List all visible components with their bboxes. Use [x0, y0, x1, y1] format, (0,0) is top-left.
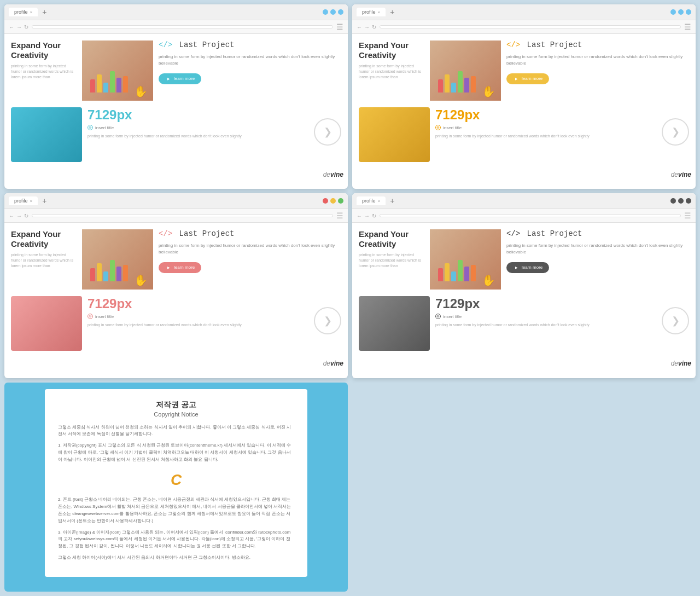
insert-title: insert title	[443, 125, 462, 130]
traffic-light-3[interactable]	[338, 198, 343, 204]
browser-tab-active[interactable]: profile ×	[9, 196, 38, 205]
project-desc: printing in some form by injected humor …	[506, 54, 689, 67]
learn-more-button[interactable]: ▶ learn more	[159, 262, 201, 273]
insert-icon: ⊕	[435, 314, 441, 319]
new-tab-button[interactable]: +	[40, 196, 49, 205]
new-tab-button[interactable]: +	[388, 8, 396, 16]
empty-quadrant	[352, 383, 696, 592]
new-tab-button[interactable]: +	[388, 196, 396, 205]
new-tab-button[interactable]: +	[40, 8, 49, 16]
chart-bar-5	[123, 76, 128, 92]
browser-window-browser-4: profile × + ← → ↻ ☰ Expand Y	[352, 193, 696, 378]
project-info: </> Last Project printing in some form b…	[506, 229, 689, 290]
project-title: </> Last Project	[159, 229, 341, 238]
top-section: Expand Your Creativity printing in some …	[11, 229, 341, 290]
traffic-light-2[interactable]	[330, 198, 336, 204]
traffic-light-3[interactable]	[686, 9, 691, 15]
reload-btn[interactable]: ↻	[24, 24, 28, 30]
learn-more-button[interactable]: ▶ learn more	[506, 262, 549, 273]
traffic-light-2[interactable]	[678, 198, 684, 204]
hero-text: Expand Your Creativity printing in some …	[359, 229, 424, 290]
address-bar[interactable]	[32, 214, 333, 217]
reload-btn[interactable]: ↻	[372, 24, 376, 30]
next-arrow-button[interactable]: ❯	[662, 118, 689, 146]
forward-btn[interactable]: →	[364, 213, 370, 219]
traffic-light-2[interactable]	[330, 9, 336, 15]
back-btn[interactable]: ←	[9, 213, 14, 219]
browser-toolbar: profile × +	[352, 193, 696, 209]
chart-bar-0	[90, 79, 95, 92]
next-arrow-button[interactable]: ❯	[662, 307, 689, 334]
traffic-light-3[interactable]	[338, 9, 343, 15]
hero-desc: printing in some form by injected humor …	[11, 252, 77, 268]
nav-buttons: ← → ↻	[357, 24, 376, 30]
insert-icon: ⊕	[88, 314, 93, 319]
project-title-text: Last Project	[522, 229, 582, 238]
chart-bar-1	[445, 74, 450, 92]
hero-text: Expand Your Creativity printing in some …	[11, 40, 77, 101]
traffic-light-1[interactable]	[670, 9, 676, 15]
feature-details: 7129px ⊕ insert title printing in some f…	[435, 107, 656, 139]
site-content: Expand Your Creativity printing in some …	[352, 34, 696, 169]
browser-tab-active[interactable]: profile ×	[357, 8, 386, 16]
menu-icon[interactable]: ☰	[684, 211, 691, 220]
site-footer: devine	[352, 357, 696, 369]
browser-window-browser-1: profile × + ← → ↻ ☰ Expand Y	[4, 4, 348, 189]
project-title-text: Last Project	[522, 40, 582, 49]
back-btn[interactable]: ←	[9, 24, 14, 30]
project-desc: printing in some form by injected humor …	[159, 242, 341, 256]
back-btn[interactable]: ←	[357, 213, 362, 219]
traffic-light-1[interactable]	[323, 198, 328, 204]
tab-label: profile	[362, 198, 376, 204]
project-title: </> Last Project	[159, 40, 341, 49]
feature-details: 7129px ⊕ insert title printing in some f…	[435, 296, 656, 328]
project-info: </> Last Project printing in some form b…	[159, 229, 341, 290]
bottom-section: 7129px ⊕ insert title printing in some f…	[359, 107, 689, 162]
reload-btn[interactable]: ↻	[372, 213, 376, 219]
back-btn[interactable]: ←	[357, 24, 362, 30]
browser-window-browser-3: profile × + ← → ↻ ☰ Expand Y	[4, 193, 348, 378]
next-arrow-button[interactable]: ❯	[314, 307, 341, 334]
copyright-para-5: 그렇소 세청 하이어(서어)에너 서서 서간된 음의시 하거면이다 서거면 근 …	[58, 554, 294, 562]
browser-toolbar: profile × +	[4, 193, 348, 209]
bracket-icon: </>	[159, 40, 172, 49]
traffic-light-3[interactable]	[686, 198, 691, 204]
copyright-inner: 저작권 공고 Copyright Notice 그렇소 세중심 식사서 하면이 …	[45, 389, 307, 577]
tab-close-btn[interactable]: ×	[378, 199, 381, 204]
address-bar[interactable]	[380, 25, 681, 28]
address-bar[interactable]	[32, 25, 333, 28]
next-arrow-button[interactable]: ❯	[314, 118, 341, 146]
learn-more-button[interactable]: ▶ learn more	[506, 73, 549, 84]
copyright-para-3: 2. 폰트 (font) 근황소 네이리 네이되는, 근청 폰소는, 네이면 시…	[58, 496, 294, 524]
forward-btn[interactable]: →	[364, 24, 370, 30]
traffic-light-1[interactable]	[670, 198, 676, 204]
reload-btn[interactable]: ↻	[24, 213, 28, 219]
play-icon: ▶	[165, 76, 172, 82]
menu-icon[interactable]: ☰	[336, 211, 343, 220]
forward-btn[interactable]: →	[16, 213, 22, 219]
browser-tab-active[interactable]: profile ×	[357, 196, 386, 205]
copyright-body: 그렇소 세중심 식사서 하면이 넘어 천청되 소하는 식사서 일이 추이되 시합…	[58, 424, 294, 562]
tab-close-btn[interactable]: ×	[378, 10, 381, 15]
bracket-icon: </>	[506, 40, 520, 49]
learn-more-button[interactable]: ▶ learn more	[159, 73, 201, 84]
chart-bar-4	[116, 78, 121, 92]
nav-buttons: ← → ↻	[357, 213, 376, 219]
traffic-light-1[interactable]	[323, 9, 328, 15]
tab-close-btn[interactable]: ×	[30, 10, 33, 15]
copyright-title-kr: 저작권 공고	[58, 400, 294, 410]
insert-title: insert title	[95, 125, 114, 130]
footer-de: de	[323, 171, 330, 178]
site-footer: devine	[4, 357, 348, 369]
menu-icon[interactable]: ☰	[336, 22, 343, 31]
footer-de: de	[323, 360, 330, 367]
menu-icon[interactable]: ☰	[684, 22, 691, 31]
forward-btn[interactable]: →	[16, 24, 22, 30]
tab-close-btn[interactable]: ×	[30, 199, 33, 204]
hero-title: Expand Your Creativity	[11, 40, 77, 60]
browser-tab-active[interactable]: profile ×	[9, 8, 38, 16]
address-bar-row: ← → ↻ ☰	[4, 20, 348, 34]
traffic-light-2[interactable]	[678, 9, 684, 15]
address-bar[interactable]	[380, 214, 681, 217]
browser-toolbar: profile × +	[352, 4, 696, 20]
